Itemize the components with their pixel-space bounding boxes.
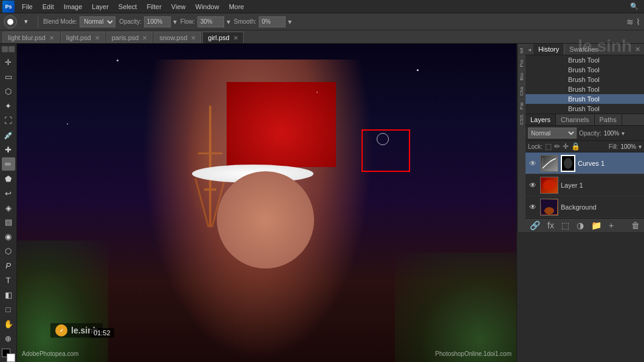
menu-image[interactable]: Image [59,2,87,12]
zoom-tool-btn[interactable]: ⊕ [2,332,15,345]
menu-file[interactable]: File [17,2,38,12]
shape-tool-btn[interactable]: □ [2,302,15,316]
history-item-4[interactable]: Brush Tool [526,94,644,104]
blur-tool-btn[interactable]: ◉ [2,230,15,244]
layers-blend-select[interactable]: Normal [528,128,577,138]
marquee-tool-btn[interactable]: ▭ [2,70,15,84]
crop-tool-btn[interactable]: ⛶ [2,114,15,128]
blend-mode-select[interactable]: Normal [80,16,115,27]
brush-preview[interactable] [4,15,17,29]
tab-paris-close[interactable]: ✕ [142,35,147,41]
mini-tab-pro[interactable]: Pro [518,56,526,69]
pen-tool-btn[interactable]: P [2,259,15,273]
layers-blend-row: Normal Opacity: 100% ▾ [526,126,644,141]
pressure-icon[interactable]: ⌇ [636,17,640,27]
lock-all-icon[interactable]: 🔒 [571,142,580,151]
layer-item-background[interactable]: 👁 Background [526,196,644,218]
tab-girl-close[interactable]: ✕ [233,35,238,41]
layer-vis-curves1[interactable]: 👁 [528,159,538,168]
path-selection-btn[interactable]: ◧ [2,289,15,302]
brush-tool-btn[interactable]: ✏ [2,157,15,171]
mini-tab-par[interactable]: Par [518,99,526,112]
history-brush-btn[interactable]: ↩ [2,186,15,200]
history-item-1[interactable]: Brush Tool [526,65,644,75]
mini-tab-bru[interactable]: Bru [518,70,526,83]
tab-snow-close[interactable]: ✕ [191,35,196,41]
layer-item-curves1[interactable]: 👁 Curves 1 [526,152,644,174]
tool-switch-left[interactable] [2,46,8,52]
menu-filter[interactable]: Filter [142,2,166,12]
gradient-tool-btn[interactable]: ▤ [2,216,15,229]
healing-tool-btn[interactable]: ✚ [2,143,15,156]
menu-layer[interactable]: Layer [87,2,114,12]
add-mask-icon[interactable]: ⬚ [560,220,571,230]
lock-transparent-icon[interactable]: ⬚ [545,142,552,151]
add-link-icon[interactable]: 🔗 [528,220,542,230]
opacity-chevron-layers[interactable]: ▾ [622,130,625,137]
history-item-2[interactable]: Brush Tool [526,75,644,84]
layer-vis-background[interactable]: 👁 [528,202,538,212]
add-folder-icon[interactable]: 📁 [589,220,603,230]
layer-vis-layer1[interactable]: 👁 [528,180,538,190]
opacity-chevron[interactable]: ▾ [173,18,177,26]
history-item-3[interactable]: Brush Tool [526,84,644,94]
paths-tab[interactable]: Paths [595,114,622,125]
history-item-0[interactable]: Brush Tool [526,55,644,65]
mini-tab-css[interactable]: CSS [518,112,526,127]
tab-light-blur[interactable]: light blur.psd ✕ [2,32,60,43]
layer-item-layer1[interactable]: 👁 Layer 1 [526,174,644,196]
history-panel: ◂ History Swatches ✕ Brush Tool Br [526,44,644,114]
mini-tab-cha[interactable]: Cha [518,84,526,98]
fg-bg-colors[interactable] [2,349,15,362]
lock-position-icon[interactable]: ✛ [563,142,569,151]
eyedropper-tool-btn[interactable]: 💉 [2,129,15,142]
tab-light-blur-close[interactable]: ✕ [49,35,54,41]
tool-switch-right[interactable] [9,46,15,52]
smooth-chevron[interactable]: ▾ [288,18,292,26]
history-panel-expand[interactable]: ◂ [526,45,533,54]
lasso-tool-btn[interactable]: ⬡ [2,85,15,98]
mini-tab-inf[interactable]: Inf [518,45,526,56]
type-tool-btn[interactable]: T [2,274,15,287]
move-tool-btn[interactable]: ✛ [2,56,15,69]
face [217,171,314,268]
add-layer-icon[interactable]: + [607,220,615,230]
history-panel-close[interactable]: ✕ [631,44,644,55]
history-tab[interactable]: History [533,44,564,55]
lock-brush-icon[interactable]: ✏ [554,142,560,151]
flow-chevron[interactable]: ▾ [227,18,230,26]
fx-icon[interactable]: fx [546,220,556,230]
tab-snow[interactable]: snow.psd ✕ [154,32,201,43]
clone-tool-btn[interactable]: ⬟ [2,172,15,185]
tab-light[interactable]: light.psd ✕ [61,32,105,43]
smooth-input[interactable] [259,16,286,27]
menu-select[interactable]: Select [114,2,142,12]
airbrush-icon[interactable]: ≋ [626,17,634,27]
swatches-tab[interactable]: Swatches [564,44,603,55]
tab-girl[interactable]: girl.psd ✕ [202,32,243,43]
brush-settings-icon[interactable]: ▾ [19,15,33,29]
canvas-area[interactable]: ✓ le.sinh 01:52 AdobePhotopea.com Photos… [17,44,516,362]
layers-tab[interactable]: Layers [526,114,556,125]
hand-tool-btn[interactable]: ✋ [2,317,15,330]
history-item-5[interactable]: Brush Tool [526,104,644,114]
menu-window[interactable]: Window [191,2,224,12]
tab-light-close[interactable]: ✕ [95,35,100,41]
add-adjustment-icon[interactable]: ◑ [575,220,586,230]
delete-layer-icon[interactable]: 🗑 [629,220,642,230]
channels-tab[interactable]: Channels [556,114,594,125]
eraser-tool-btn[interactable]: ◈ [2,201,15,214]
layers-lock-row: Lock: ⬚ ✏ ✛ 🔒 Fill: 100% ▾ [526,141,644,152]
flow-input[interactable] [197,16,224,27]
fill-chevron[interactable]: ▾ [639,143,642,150]
menu-edit[interactable]: Edit [38,2,59,12]
dodge-tool-btn[interactable]: ⬡ [2,245,15,258]
search-icon[interactable]: 🔍 [627,0,642,14]
menu-more[interactable]: More [224,2,249,12]
layer-thumb-curves1 [540,155,558,172]
magic-wand-tool-btn[interactable]: ✦ [2,100,15,113]
opacity-input[interactable] [144,16,171,27]
menu-view[interactable]: View [166,2,191,12]
tab-paris[interactable]: paris.psd ✕ [106,32,153,43]
background-color[interactable] [7,353,15,362]
